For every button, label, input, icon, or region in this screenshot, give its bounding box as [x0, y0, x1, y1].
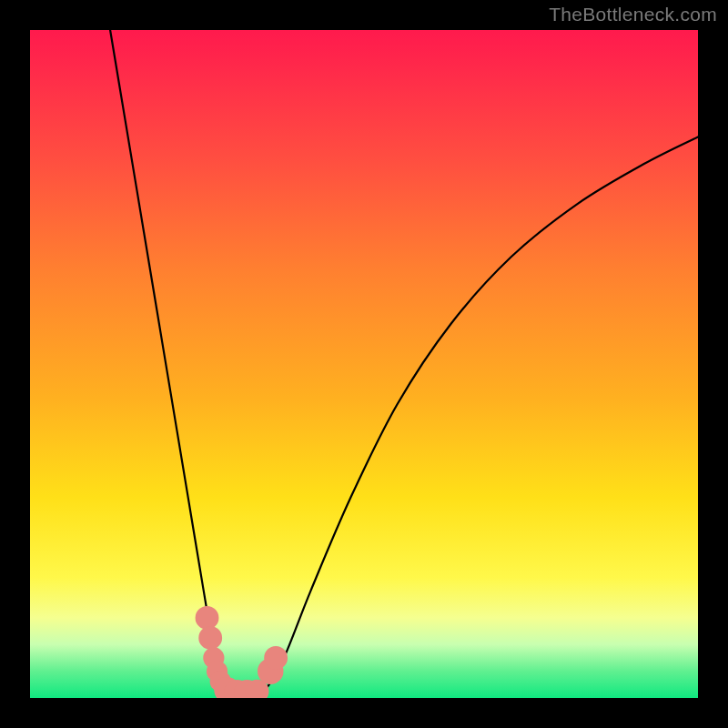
data-point	[198, 626, 222, 650]
data-point	[264, 646, 288, 670]
bottleneck-curve	[110, 30, 698, 695]
watermark-text: TheBottleneck.com	[549, 4, 717, 25]
chart-frame: TheBottleneck.com	[0, 0, 728, 728]
bottleneck-curve-plot	[30, 30, 698, 698]
data-point	[196, 606, 219, 630]
